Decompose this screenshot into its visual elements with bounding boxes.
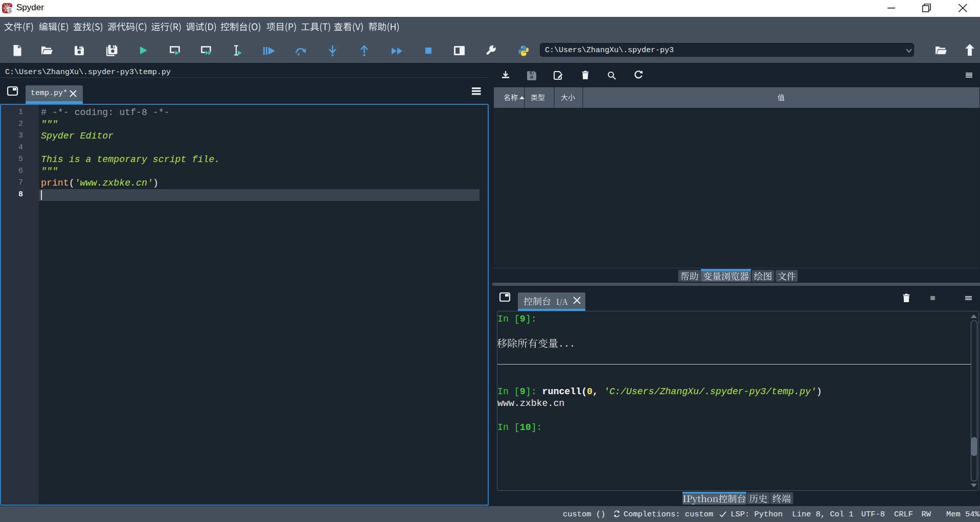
svg-text:S: S xyxy=(8,8,12,13)
